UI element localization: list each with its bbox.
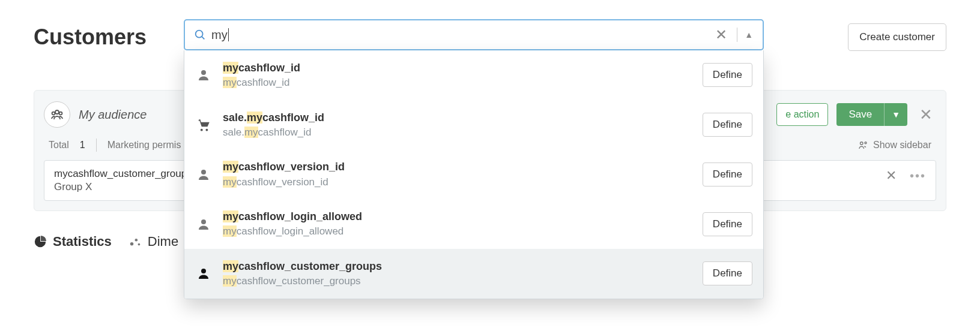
svg-point-14	[201, 219, 206, 224]
clear-search-icon[interactable]: ✕	[709, 26, 733, 43]
person-solid-icon	[195, 266, 212, 281]
search-result-item[interactable]: mycashflow_login_allowedmycashflow_login…	[184, 199, 763, 249]
result-subtitle: mycashflow_id	[223, 76, 692, 91]
result-subtitle: mycashflow_customer_groups	[223, 274, 692, 289]
tab-dimensions-label: Dime	[148, 234, 178, 249]
define-button[interactable]: Define	[703, 113, 752, 137]
search-result-item[interactable]: mycashflow_version_idmycashflow_version_…	[184, 149, 763, 199]
result-subtitle: mycashflow_version_id	[223, 175, 692, 190]
tab-dimensions[interactable]: Dime	[129, 234, 178, 249]
filter-chip-title: mycashflow_customer_groups	[54, 168, 192, 180]
close-panel-icon[interactable]: ✕	[916, 103, 936, 127]
svg-point-11	[201, 129, 203, 131]
svg-point-5	[130, 242, 134, 246]
total-label: Total	[49, 140, 69, 151]
result-title: sale.mycashflow_id	[223, 110, 692, 125]
search-icon	[193, 28, 207, 41]
svg-point-2	[59, 112, 62, 115]
remove-filter-icon[interactable]: ✕	[886, 168, 897, 183]
show-sidebar-label: Show sidebar	[873, 140, 931, 151]
divider	[96, 139, 97, 152]
define-button[interactable]: Define	[703, 261, 752, 285]
result-subtitle: sale.mycashflow_id	[223, 125, 692, 140]
search-result-item[interactable]: mycashflow_customer_groupsmycashflow_cus…	[184, 249, 763, 299]
svg-point-10	[201, 70, 206, 75]
save-button[interactable]: Save	[836, 103, 884, 126]
create-customer-button[interactable]: Create customer	[848, 23, 946, 51]
svg-point-7	[138, 243, 140, 246]
collapse-icon[interactable]: ▲	[741, 30, 757, 40]
search-autocomplete: my ✕ ▲ mycashflow_idmycashflow_idDefines…	[184, 19, 764, 299]
save-button-group: Save ▼	[836, 103, 907, 126]
svg-point-4	[865, 142, 867, 144]
result-title: mycashflow_login_allowed	[223, 209, 692, 224]
result-title: mycashflow_version_id	[223, 159, 692, 174]
svg-point-8	[196, 31, 203, 38]
total-value: 1	[80, 140, 85, 151]
svg-point-15	[201, 269, 206, 273]
cart-icon	[195, 117, 212, 133]
search-result-item[interactable]: mycashflow_idmycashflow_idDefine	[184, 50, 763, 100]
search-input[interactable]: my	[207, 20, 709, 49]
svg-point-12	[205, 129, 208, 131]
define-button[interactable]: Define	[703, 163, 752, 186]
divider	[737, 28, 737, 42]
search-box[interactable]: my ✕ ▲	[184, 19, 764, 50]
page-title: Customers	[34, 25, 147, 50]
search-result-item[interactable]: sale.mycashflow_idsale.mycashflow_idDefi…	[184, 100, 763, 150]
svg-line-9	[202, 37, 204, 39]
svg-point-0	[55, 110, 59, 114]
save-dropdown-button[interactable]: ▼	[884, 103, 907, 126]
svg-point-13	[201, 170, 206, 174]
person-icon	[195, 167, 212, 182]
filter-chip-subtitle: Group X	[54, 181, 192, 193]
pie-chart-icon	[34, 235, 47, 248]
result-title: mycashflow_customer_groups	[223, 258, 692, 274]
tab-statistics-label: Statistics	[53, 234, 112, 249]
scatter-icon	[129, 235, 142, 248]
define-button[interactable]: Define	[703, 212, 752, 236]
define-button[interactable]: Define	[703, 63, 752, 87]
show-sidebar-button[interactable]: Show sidebar	[858, 140, 931, 151]
create-action-button[interactable]: e action	[776, 103, 828, 126]
svg-point-3	[861, 142, 864, 145]
filter-more-icon[interactable]: •••	[910, 169, 926, 183]
result-subtitle: mycashflow_login_allowed	[223, 224, 692, 239]
sidebar-icon	[858, 140, 868, 151]
marketing-permissions-label: Marketing permis	[107, 140, 181, 151]
svg-point-1	[52, 112, 55, 115]
person-icon	[195, 68, 212, 82]
svg-point-6	[135, 239, 138, 242]
tab-statistics[interactable]: Statistics	[34, 234, 112, 249]
audience-icon	[44, 101, 70, 128]
result-title: mycashflow_id	[223, 60, 692, 76]
search-results-dropdown: mycashflow_idmycashflow_idDefinesale.myc…	[184, 50, 764, 299]
person-icon	[195, 217, 212, 231]
